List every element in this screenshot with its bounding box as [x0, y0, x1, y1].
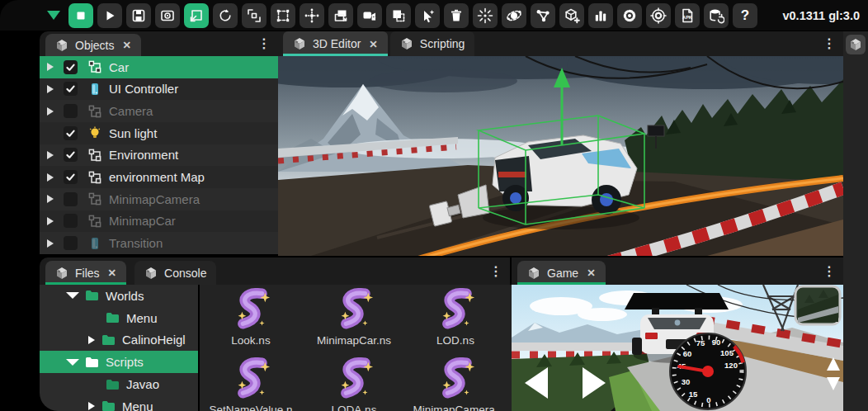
collapse-arrow-icon[interactable] [66, 359, 79, 366]
close-icon[interactable]: ✕ [369, 38, 377, 50]
object-row-minimapcamera[interactable]: MinimapCamera [40, 188, 278, 210]
3d-viewport[interactable] [278, 56, 843, 256]
expand-arrow-icon[interactable] [47, 173, 54, 182]
collapsed-panel-cube-button[interactable] [846, 35, 866, 54]
box-select-button[interactable] [271, 3, 295, 28]
tree-row-javao[interactable]: Javao [40, 373, 198, 395]
visibility-checkbox[interactable] [64, 170, 78, 184]
tab-game[interactable]: Game ✕ [517, 261, 606, 285]
close-icon[interactable]: ✕ [587, 267, 595, 279]
apk-label: APK [682, 15, 692, 20]
build-target-button[interactable] [646, 3, 671, 28]
expand-arrow-icon[interactable] [47, 151, 54, 159]
scale-tool-button[interactable] [242, 3, 267, 28]
paste-object-button[interactable] [386, 3, 411, 28]
speedo-label: 15 [689, 390, 698, 399]
visibility-checkbox[interactable] [64, 104, 78, 118]
speedometer: 0 15 30 45 60 75 90 105 120 [670, 333, 746, 409]
object-row-minimapcar[interactable]: MinimapCar [40, 210, 278, 233]
settings-button[interactable] [617, 3, 642, 28]
move-tool-button[interactable] [184, 3, 209, 28]
visibility-checkbox[interactable] [64, 82, 78, 96]
expand-arrow-icon[interactable] [88, 402, 95, 410]
tree-row-menu-2[interactable]: Menu [40, 395, 198, 411]
toolbar-dropdown-caret-icon[interactable] [47, 11, 60, 20]
delete-button[interactable] [444, 3, 469, 28]
guardrail [512, 342, 647, 351]
tree-row-worlds[interactable]: Worlds [40, 285, 198, 307]
tab-console[interactable]: Console [134, 261, 216, 285]
save-button[interactable] [126, 3, 151, 28]
visibility-checkbox[interactable] [64, 60, 78, 74]
tab-scripting[interactable]: Scripting [390, 31, 474, 56]
speedo-label: 30 [682, 377, 691, 386]
expand-arrow-icon[interactable] [47, 239, 54, 248]
tree-row-calinoheigl[interactable]: CalinoHeigl [40, 329, 198, 352]
tree-label: Scripts [106, 355, 144, 369]
expand-arrow-icon[interactable] [47, 107, 54, 116]
objects-hierarchy: Car UI Controller Camera Sun light Envir… [40, 56, 278, 254]
ns-script-icon [434, 357, 477, 399]
pivot-center-button[interactable] [300, 3, 324, 28]
file-tile-minimapcar[interactable]: MinimapCar.ns [304, 288, 403, 347]
add-object-button[interactable] [559, 3, 584, 28]
file-tile-lod[interactable]: LOD.ns [406, 288, 505, 347]
camera-lock-button[interactable] [357, 3, 382, 28]
orbit-button[interactable] [502, 3, 526, 28]
touch-pointer-button[interactable] [415, 3, 440, 28]
visibility-checkbox[interactable] [64, 214, 78, 228]
database-sync-button[interactable] [704, 3, 729, 28]
object-row-car[interactable]: Car [40, 56, 278, 78]
expand-arrow-icon[interactable] [47, 85, 54, 93]
play-button[interactable] [97, 3, 122, 28]
apk-export-button[interactable]: APK [675, 3, 700, 28]
expand-arrow-icon[interactable] [47, 217, 54, 225]
ns-script-icon [229, 288, 272, 329]
expand-arrow-icon[interactable] [47, 195, 54, 203]
game-menu-icon[interactable]: ⋮ [823, 265, 836, 278]
object-row-transition[interactable]: Transition [40, 232, 278, 254]
rotate-tool-button[interactable] [213, 3, 238, 28]
objects-menu-icon[interactable]: ⋮ [257, 37, 271, 50]
file-tile-look[interactable]: Look.ns [201, 288, 300, 347]
object-row-ui-controller[interactable]: UI Controller [40, 78, 278, 101]
file-tile-minimapcamera[interactable]: MinimapCamera. [406, 357, 505, 411]
statistics-button[interactable] [588, 3, 613, 28]
file-tile-loda[interactable]: LODA.ns [304, 357, 403, 411]
object-row-sun-light[interactable]: Sun light [40, 122, 278, 144]
expand-arrow-icon[interactable] [88, 336, 95, 344]
speedo-label: 90 [712, 338, 721, 347]
visibility-checkbox[interactable] [64, 236, 78, 250]
help-button[interactable]: ? [733, 3, 757, 28]
visibility-checkbox[interactable] [64, 192, 78, 206]
stop-button[interactable] [68, 3, 93, 28]
tab-files[interactable]: Files ✕ [45, 261, 126, 285]
top-toolbar: APK ? v0.1311 gl:3.0 [0, 0, 868, 31]
files-menu-icon[interactable]: ⋮ [489, 265, 502, 278]
light-flare-button[interactable] [473, 3, 498, 28]
scene-preview-button[interactable] [155, 3, 180, 28]
editor-menu-icon[interactable]: ⋮ [823, 37, 836, 50]
speedo-label: 120 [724, 361, 738, 370]
tab-objects[interactable]: Objects ✕ [45, 34, 141, 56]
visibility-checkbox[interactable] [64, 126, 78, 140]
object-row-environment[interactable]: Environment [40, 144, 278, 167]
object-label: Environment [109, 148, 178, 162]
expand-arrow-icon[interactable] [47, 63, 54, 71]
node-graph-button[interactable] [531, 3, 555, 28]
panel-cube-icon [55, 39, 68, 52]
object-row-camera[interactable]: Camera [40, 100, 278, 122]
help-icon: ? [741, 8, 749, 22]
duplicate-button[interactable] [328, 3, 353, 28]
game-viewport[interactable]: 0 15 30 45 60 75 90 105 120 [512, 285, 843, 411]
tree-row-scripts[interactable]: Scripts [40, 351, 198, 373]
close-icon[interactable]: ✕ [108, 267, 116, 279]
collapse-arrow-icon[interactable] [66, 292, 79, 299]
close-icon[interactable]: ✕ [122, 39, 130, 51]
tree-label: Javao [126, 377, 159, 391]
visibility-checkbox[interactable] [64, 148, 78, 162]
object-row-environment-map[interactable]: environment Map [40, 166, 278, 188]
tab-3d-editor[interactable]: 3D Editor ✕ [283, 31, 388, 56]
tree-row-menu[interactable]: Menu [40, 307, 198, 329]
file-tile-setnamevalue[interactable]: SetNameValue.n [201, 357, 300, 411]
